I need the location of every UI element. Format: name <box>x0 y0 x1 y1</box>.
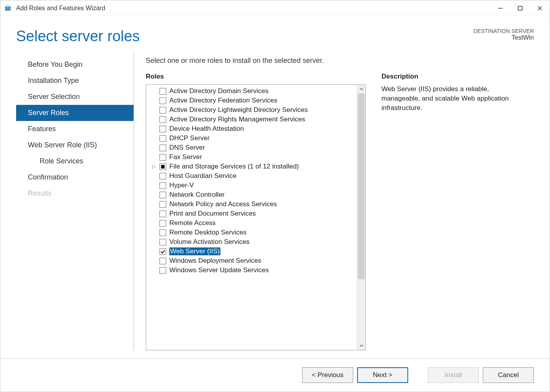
minimize-button[interactable] <box>491 0 510 16</box>
role-label[interactable]: Network Policy and Access Services <box>169 200 277 208</box>
role-label[interactable]: Active Directory Domain Services <box>169 87 268 95</box>
role-checkbox[interactable] <box>160 88 166 95</box>
role-row[interactable]: Active Directory Rights Management Servi… <box>147 115 356 124</box>
svg-rect-3 <box>518 6 522 10</box>
roles-label: Roles <box>146 73 366 84</box>
role-label[interactable]: Fax Server <box>169 153 202 161</box>
nav-item-web-server-role-iis-[interactable]: Web Server Role (IIS) <box>16 137 134 153</box>
role-row[interactable]: Active Directory Lightweight Directory S… <box>147 105 356 115</box>
role-checkbox[interactable] <box>160 163 166 170</box>
cancel-button[interactable]: Cancel <box>483 367 534 383</box>
role-label[interactable]: Volume Activation Services <box>169 238 249 246</box>
role-label[interactable]: Hyper-V <box>169 181 194 189</box>
role-row[interactable]: Hyper-V <box>147 181 356 190</box>
role-row[interactable]: Host Guardian Service <box>147 171 356 181</box>
role-label[interactable]: File and Storage Services (1 of 12 insta… <box>169 163 299 170</box>
role-checkbox[interactable] <box>160 267 166 274</box>
app-icon <box>4 4 12 12</box>
expander-icon[interactable]: ▷ <box>151 164 156 169</box>
install-button: Install <box>428 367 479 383</box>
description-text: Web Server (IIS) provides a reliable, ma… <box>381 84 515 112</box>
role-row[interactable]: Active Directory Federation Services <box>147 96 356 105</box>
role-row[interactable]: Windows Server Update Services <box>147 266 356 275</box>
instruction-text: Select one or more roles to install on t… <box>146 57 534 73</box>
nav-item-confirmation[interactable]: Confirmation <box>16 169 134 185</box>
role-checkbox[interactable] <box>160 126 166 132</box>
role-checkbox[interactable] <box>160 135 166 142</box>
nav-item-features[interactable]: Features <box>16 121 134 137</box>
role-row[interactable]: Remote Access <box>147 218 356 228</box>
role-row[interactable]: Print and Document Services <box>147 209 356 218</box>
role-label[interactable]: Windows Deployment Services <box>169 257 261 265</box>
role-checkbox[interactable] <box>160 211 166 217</box>
role-row[interactable]: Volume Activation Services <box>147 237 356 247</box>
scroll-track[interactable] <box>357 93 365 341</box>
role-checkbox[interactable] <box>160 97 166 104</box>
role-row[interactable]: Web Server (IIS) <box>147 247 356 256</box>
role-checkbox[interactable] <box>160 258 166 264</box>
role-row[interactable]: Active Directory Domain Services <box>147 86 356 96</box>
role-checkbox[interactable] <box>160 229 166 236</box>
previous-button[interactable]: < Previous <box>302 367 353 383</box>
role-checkbox[interactable] <box>160 192 166 198</box>
role-label[interactable]: DNS Server <box>169 144 205 152</box>
role-row[interactable]: Remote Desktop Services <box>147 228 356 237</box>
close-button[interactable] <box>530 0 550 16</box>
nav-item-role-services[interactable]: Role Services <box>16 153 134 169</box>
main-panel: Select one or more roles to install on t… <box>134 53 534 350</box>
role-checkbox[interactable] <box>160 173 166 180</box>
roles-list[interactable]: Active Directory Domain ServicesActive D… <box>146 85 357 350</box>
nav-item-server-roles[interactable]: Server Roles <box>16 105 134 121</box>
nav-item-before-you-begin[interactable]: Before You Begin <box>16 57 134 73</box>
content: Before You BeginInstallation TypeServer … <box>0 53 550 358</box>
role-checkbox[interactable] <box>160 220 166 227</box>
titlebar: Add Roles and Features Wizard <box>0 0 550 16</box>
scroll-thumb[interactable] <box>358 93 365 279</box>
nav-item-server-selection[interactable]: Server Selection <box>16 89 134 105</box>
role-checkbox[interactable] <box>160 239 166 245</box>
role-row[interactable]: Fax Server <box>147 152 356 162</box>
destination-label: DESTINATION SERVER <box>473 28 534 34</box>
maximize-button[interactable] <box>510 0 530 16</box>
wizard-footer: < Previous Next > Install Cancel <box>0 358 550 392</box>
scroll-down-button[interactable] <box>357 341 365 350</box>
role-row[interactable]: Network Policy and Access Services <box>147 200 356 209</box>
wizard-sidebar: Before You BeginInstallation TypeServer … <box>16 53 134 350</box>
role-checkbox[interactable] <box>160 201 166 208</box>
scroll-up-button[interactable] <box>357 85 365 93</box>
roles-column: Roles Active Directory Domain ServicesAc… <box>146 73 366 350</box>
role-checkbox[interactable] <box>160 248 166 255</box>
nav-item-installation-type[interactable]: Installation Type <box>16 73 134 89</box>
role-label[interactable]: Windows Server Update Services <box>169 266 269 274</box>
destination-server: DESTINATION SERVER TestWin <box>473 28 534 41</box>
role-row[interactable]: Device Health Attestation <box>147 124 356 134</box>
role-row[interactable]: ▷File and Storage Services (1 of 12 inst… <box>147 162 356 171</box>
role-label[interactable]: Remote Desktop Services <box>169 229 247 236</box>
role-label[interactable]: DHCP Server <box>169 134 210 142</box>
roles-listbox: Active Directory Domain ServicesActive D… <box>146 84 366 350</box>
role-checkbox[interactable] <box>160 107 166 114</box>
svg-rect-1 <box>7 5 9 7</box>
role-label[interactable]: Remote Access <box>169 219 216 227</box>
role-row[interactable]: DNS Server <box>147 143 356 152</box>
role-label[interactable]: Device Health Attestation <box>169 125 244 133</box>
description-label: Description <box>381 73 534 84</box>
role-checkbox[interactable] <box>160 182 166 189</box>
role-label[interactable]: Network Controller <box>169 191 225 199</box>
role-row[interactable]: Windows Deployment Services <box>147 256 356 266</box>
role-row[interactable]: Network Controller <box>147 190 356 200</box>
role-checkbox[interactable] <box>160 116 166 123</box>
role-label[interactable]: Print and Document Services <box>169 210 256 218</box>
role-checkbox[interactable] <box>160 145 166 151</box>
next-button[interactable]: Next > <box>357 367 408 383</box>
role-label[interactable]: Active Directory Federation Services <box>169 97 277 104</box>
scrollbar[interactable] <box>357 85 365 350</box>
role-row[interactable]: DHCP Server <box>147 134 356 143</box>
role-label[interactable]: Host Guardian Service <box>169 172 236 180</box>
header: Select server roles DESTINATION SERVER T… <box>0 16 550 53</box>
role-label[interactable]: Active Directory Lightweight Directory S… <box>169 106 308 114</box>
role-label[interactable]: Active Directory Rights Management Servi… <box>169 115 305 123</box>
page-title: Select server roles <box>16 28 140 45</box>
role-label[interactable]: Web Server (IIS) <box>169 247 220 255</box>
role-checkbox[interactable] <box>160 154 166 161</box>
